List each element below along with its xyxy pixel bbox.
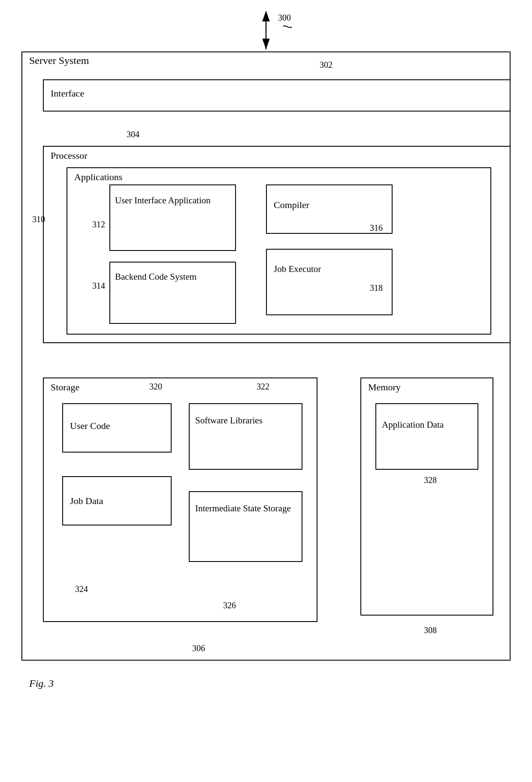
backend-box xyxy=(109,262,236,324)
ref-310: 310 xyxy=(32,214,45,224)
job-executor-label: Job Executor xyxy=(274,264,390,275)
ref-316: 316 xyxy=(370,223,383,233)
interface-box xyxy=(43,79,511,112)
backend-label: Backend Code System xyxy=(115,272,231,282)
server-system-label: Server System xyxy=(29,55,89,66)
ref-302: 302 xyxy=(320,60,332,70)
ref-308: 308 xyxy=(424,625,437,635)
ref-324: 324 xyxy=(75,584,88,594)
storage-label: Storage xyxy=(51,382,79,393)
intermediate-box xyxy=(189,491,302,562)
ref-326: 326 xyxy=(223,601,236,610)
software-lib-box xyxy=(189,403,302,470)
ref-300: 300 xyxy=(278,13,291,23)
processor-label: Processor xyxy=(51,150,88,161)
app-data-label: Application Data xyxy=(382,420,474,430)
ref-328: 328 xyxy=(424,475,437,485)
ref-304: 304 xyxy=(127,130,139,139)
figure-label: Fig. 3 xyxy=(29,678,54,689)
software-lib-label: Software Libraries xyxy=(195,415,300,426)
intermediate-label: Intermediate State Storage xyxy=(195,503,300,514)
job-data-label: Job Data xyxy=(70,495,103,507)
memory-label: Memory xyxy=(368,382,401,393)
app-data-box xyxy=(375,403,478,470)
ref-314: 314 xyxy=(92,281,105,291)
compiler-label: Compiler xyxy=(274,199,309,211)
user-code-label: User Code xyxy=(70,420,110,432)
ref-322: 322 xyxy=(257,382,269,392)
interface-label: Interface xyxy=(51,88,84,99)
diagram: 300 Server System 302 Interface 304 Proc… xyxy=(0,0,532,782)
applications-label: Applications xyxy=(74,172,122,183)
ref-312: 312 xyxy=(92,220,105,229)
job-executor-box xyxy=(266,249,393,315)
ui-app-box xyxy=(109,184,236,251)
ref-306: 306 xyxy=(192,643,205,653)
ui-app-label: User Interface Application xyxy=(115,195,231,206)
ref-320: 320 xyxy=(149,382,162,392)
ref-318: 318 xyxy=(370,283,383,293)
